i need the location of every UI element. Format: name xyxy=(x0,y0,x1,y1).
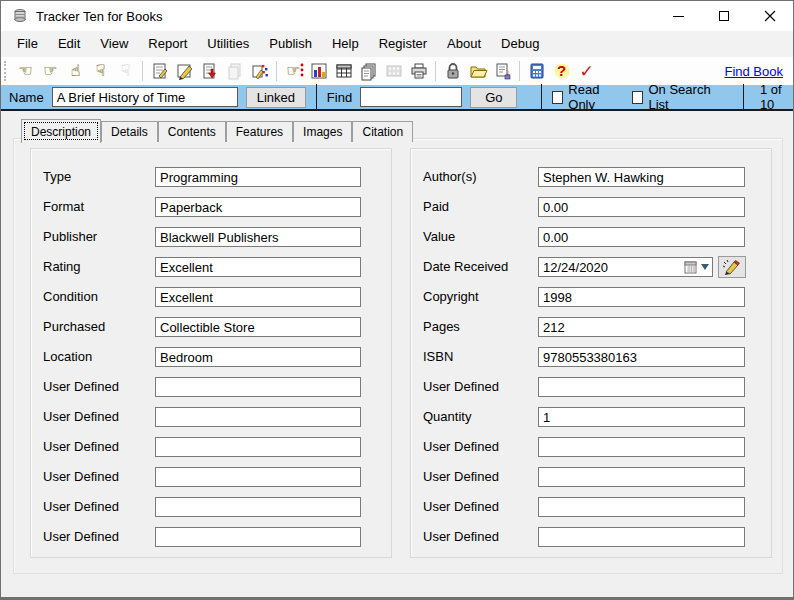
menu-publish[interactable]: Publish xyxy=(259,31,322,57)
field-input-type[interactable] xyxy=(155,167,361,187)
form-row-author-s: Author(s) xyxy=(411,167,771,187)
menu-register[interactable]: Register xyxy=(369,31,437,57)
field-input-user-defined[interactable] xyxy=(155,437,361,457)
tab-images[interactable]: Images xyxy=(293,121,352,142)
film-strip-disabled-icon[interactable] xyxy=(381,59,406,83)
field-input-user-defined[interactable] xyxy=(538,467,745,487)
field-input-copyright[interactable] xyxy=(538,287,745,307)
sign-record-icon[interactable] xyxy=(172,59,197,83)
field-input-user-defined[interactable] xyxy=(155,527,361,547)
hand-point-left-icon[interactable]: ☜ xyxy=(13,59,38,83)
field-input-publisher[interactable] xyxy=(155,227,361,247)
form-row-type: Type xyxy=(31,167,391,187)
form-row-user-defined: User Defined xyxy=(411,437,771,457)
on-search-list-checkbox[interactable] xyxy=(632,91,643,104)
form-row-paid: Paid xyxy=(411,197,771,217)
minimize-button[interactable] xyxy=(655,1,701,31)
field-input-user-defined[interactable] xyxy=(538,437,745,457)
date-field-wrap xyxy=(538,257,713,277)
left-field-group: TypeFormatPublisherRatingConditionPurcha… xyxy=(30,148,392,558)
field-input-pages[interactable] xyxy=(538,317,745,337)
field-input-user-defined[interactable] xyxy=(155,497,361,517)
menu-report[interactable]: Report xyxy=(138,31,197,57)
bar-chart-icon[interactable] xyxy=(306,59,331,83)
spell-check-icon[interactable]: ✓ xyxy=(574,59,599,83)
field-input-value[interactable] xyxy=(538,227,745,247)
menu-file[interactable]: File xyxy=(7,31,48,57)
copy-pages-icon[interactable] xyxy=(356,59,381,83)
field-input-condition[interactable] xyxy=(155,287,361,307)
field-input-author-s[interactable] xyxy=(538,167,745,187)
toolbar-separator xyxy=(276,61,277,81)
toolbar-grip[interactable] xyxy=(4,61,8,81)
table-grid-icon[interactable] xyxy=(331,59,356,83)
field-input-user-defined[interactable] xyxy=(538,527,745,547)
linked-button[interactable]: Linked xyxy=(246,87,306,108)
field-input-purchased[interactable] xyxy=(155,317,361,337)
form-row-rating: Rating xyxy=(31,257,391,277)
form-row-isbn: ISBN xyxy=(411,347,771,367)
hand-point-down-icon[interactable]: ☟ xyxy=(88,59,113,83)
field-input-rating[interactable] xyxy=(155,257,361,277)
field-input-user-defined[interactable] xyxy=(155,407,361,427)
record-bar-separator xyxy=(316,84,317,110)
menu-debug[interactable]: Debug xyxy=(491,31,549,57)
form-row-quantity: Quantity xyxy=(411,407,771,427)
tab-features[interactable]: Features xyxy=(226,121,293,142)
field-label-user-defined: User Defined xyxy=(43,499,119,514)
field-label-purchased: Purchased xyxy=(43,319,105,334)
help-icon[interactable]: ? xyxy=(549,59,574,83)
form-row-condition: Condition xyxy=(31,287,391,307)
tab-citation[interactable]: Citation xyxy=(352,121,413,142)
field-input-isbn[interactable] xyxy=(538,347,745,367)
form-row-date-received: Date Received xyxy=(411,257,771,277)
minimize-icon xyxy=(673,16,684,17)
find-input[interactable] xyxy=(360,87,462,107)
lock-icon[interactable] xyxy=(440,59,465,83)
field-input-location[interactable] xyxy=(155,347,361,367)
read-only-checkbox[interactable] xyxy=(552,91,563,104)
form-row-user-defined: User Defined xyxy=(31,407,391,427)
menu-utilities[interactable]: Utilities xyxy=(197,31,259,57)
field-label-rating: Rating xyxy=(43,259,81,274)
tab-description[interactable]: Description xyxy=(21,119,101,143)
tab-contents[interactable]: Contents xyxy=(158,121,226,142)
open-folder-icon[interactable] xyxy=(465,59,490,83)
field-input-user-defined[interactable] xyxy=(155,377,361,397)
name-input[interactable] xyxy=(52,87,238,107)
field-input-user-defined[interactable] xyxy=(155,467,361,487)
menu-about[interactable]: About xyxy=(437,31,491,57)
maximize-button[interactable] xyxy=(701,1,747,31)
go-button[interactable]: Go xyxy=(470,87,517,108)
find-book-link[interactable]: Find Book xyxy=(724,64,783,79)
calendar-dropdown-icon[interactable] xyxy=(682,259,710,275)
field-input-user-defined[interactable] xyxy=(538,377,745,397)
field-label-format: Format xyxy=(43,199,84,214)
search-list-hand-icon[interactable]: ☞ xyxy=(281,59,306,83)
hand-point-up-icon[interactable]: ☝ xyxy=(63,59,88,83)
import-page-icon[interactable] xyxy=(197,59,222,83)
print-icon[interactable] xyxy=(406,59,431,83)
tab-details[interactable]: Details xyxy=(101,121,158,142)
field-input-paid[interactable] xyxy=(538,197,745,217)
menu-help[interactable]: Help xyxy=(322,31,369,57)
menu-view[interactable]: View xyxy=(90,31,138,57)
close-button[interactable] xyxy=(747,1,793,31)
find-label: Find xyxy=(327,90,352,105)
toolbar: ☜ ☞ ☝ ☟ ☟ xyxy=(1,57,793,85)
field-input-user-defined[interactable] xyxy=(538,497,745,517)
app-window: Tracker Ten for Books FileEditViewReport… xyxy=(0,0,794,600)
form-row-user-defined: User Defined xyxy=(31,467,391,487)
field-input-quantity[interactable] xyxy=(538,407,745,427)
hand-outline-down-icon[interactable]: ☟ xyxy=(113,59,138,83)
menu-edit[interactable]: Edit xyxy=(48,31,90,57)
export-save-icon[interactable] xyxy=(490,59,515,83)
edit-record-icon[interactable] xyxy=(147,59,172,83)
multi-color-edit-icon[interactable] xyxy=(247,59,272,83)
clear-date-button[interactable] xyxy=(718,256,746,278)
copy-record-disabled-icon[interactable] xyxy=(222,59,247,83)
hand-point-right-icon[interactable]: ☞ xyxy=(38,59,63,83)
form-row-purchased: Purchased xyxy=(31,317,391,337)
calculator-icon[interactable] xyxy=(524,59,549,83)
field-input-format[interactable] xyxy=(155,197,361,217)
